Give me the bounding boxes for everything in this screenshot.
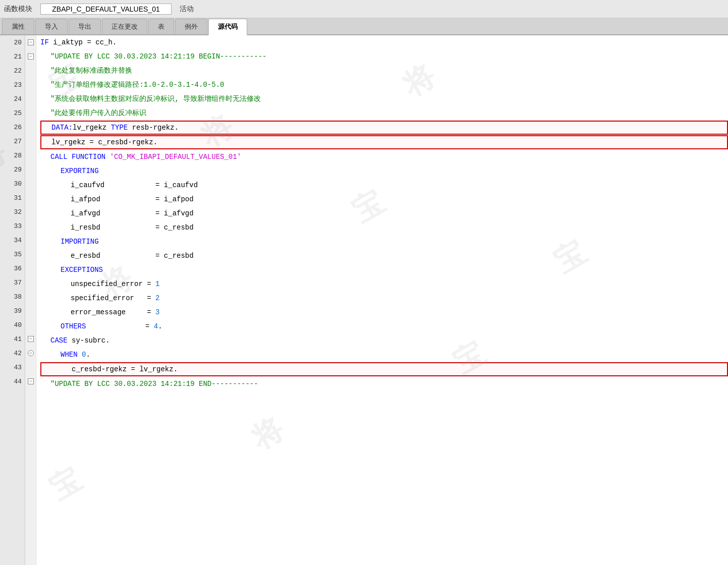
code-line-20: IF i_aktyp = cc_h. xyxy=(40,35,728,49)
code-line-40: OTHERS = 4 . xyxy=(40,319,728,333)
fold-44[interactable]: − xyxy=(25,374,36,388)
code-line-31: i_afpod = i_afpod xyxy=(40,192,728,206)
code-line-41: CASE sy-subrc. xyxy=(40,333,728,348)
code-line-42: WHEN 0 . xyxy=(40,348,728,362)
line-num-23: 23 xyxy=(0,78,25,92)
code-line-29: EXPORTING xyxy=(40,164,728,178)
keyword-when: WHEN xyxy=(61,351,78,359)
comment-23: "生产订单组件修改逻辑路径:1.0-2.0-3.1-4.0-5.0 xyxy=(50,80,224,89)
code-line-43: c_resbd-rgekz = lv_rgekz. xyxy=(40,362,728,376)
tabs-bar: 属性 导入 导出 正在更改 表 例外 源代码 xyxy=(0,18,728,35)
line-num-25: 25 xyxy=(0,106,25,120)
comment-22: "此处复制标准函数并替换 xyxy=(50,66,132,75)
fold-gutter: − − − ○ − xyxy=(25,35,36,565)
line-num-36: 36 xyxy=(0,261,25,275)
keyword-exceptions: EXCEPTIONS xyxy=(61,266,103,274)
fold-icon-21[interactable]: − xyxy=(28,53,34,60)
tab-exceptions[interactable]: 例外 xyxy=(175,19,207,34)
line-num-33: 33 xyxy=(0,219,25,233)
fold-icon-44[interactable]: − xyxy=(28,378,34,384)
tab-table[interactable]: 表 xyxy=(148,19,174,34)
line-num-40: 40 xyxy=(0,318,25,332)
tab-import[interactable]: 导入 xyxy=(35,19,68,34)
tab-attributes[interactable]: 属性 xyxy=(2,19,34,34)
line-num-30: 30 xyxy=(0,177,25,191)
line-num-22: 22 xyxy=(0,64,25,78)
code-line-34: IMPORTING xyxy=(40,235,728,249)
fold-23 xyxy=(25,78,36,92)
code-line-33: i_resbd = c_resbd xyxy=(40,220,728,235)
code-line-25: "此处要传用户传入的反冲标识 xyxy=(40,106,728,120)
code-line-30: i_caufvd = i_caufvd xyxy=(40,178,728,192)
line-num-34: 34 xyxy=(0,233,25,247)
code-line-35: e_resbd = c_resbd xyxy=(40,249,728,263)
line-num-26: 26 xyxy=(0,120,25,134)
code-container: 宝 将 宝 将 宝 将 将 宝 将 宝 20 21 22 23 24 25 26… xyxy=(0,35,728,565)
line-num-32: 32 xyxy=(0,205,25,219)
fold-icon-42[interactable]: ○ xyxy=(28,350,34,356)
keyword-others: OTHERS xyxy=(61,322,86,330)
comment-44: "UPDATE BY LCC 30.03.2023 14:21:19 END--… xyxy=(50,380,258,388)
code-line-36: EXCEPTIONS xyxy=(40,263,728,277)
fold-31 xyxy=(25,191,36,205)
line-num-20: 20 xyxy=(0,35,25,49)
status-label: 活动 xyxy=(180,5,194,14)
fold-39 xyxy=(25,304,36,318)
fold-21[interactable]: − xyxy=(25,49,36,64)
line-num-37: 37 xyxy=(0,275,25,290)
tab-export[interactable]: 导出 xyxy=(69,19,101,34)
fold-37 xyxy=(25,275,36,290)
line-num-21: 21 xyxy=(0,49,25,64)
tab-changing[interactable]: 正在更改 xyxy=(102,19,147,34)
fold-38 xyxy=(25,290,36,304)
code-line-21: "UPDATE BY LCC 30.03.2023 14:21:19 BEGIN… xyxy=(40,49,728,64)
fold-26 xyxy=(25,120,36,134)
fold-24 xyxy=(25,92,36,106)
code-line-28: CALL FUNCTION 'CO_MK_IBAPI_DEFAULT_VALUE… xyxy=(40,150,728,164)
code-line-23: "生产订单组件修改逻辑路径:1.0-2.0-3.1-4.0-5.0 xyxy=(40,78,728,92)
comment-25: "此处要传用户传入的反冲标识 xyxy=(50,108,146,118)
line-num-44: 44 xyxy=(0,374,25,388)
code-line-26: DATA: lv_rgekz TYPE resb-rgekz. xyxy=(40,121,728,135)
fold-27 xyxy=(25,134,36,148)
fold-35 xyxy=(25,247,36,261)
line-num-24: 24 xyxy=(0,92,25,106)
keyword-type: TYPE xyxy=(111,124,128,132)
fold-30 xyxy=(25,177,36,191)
keyword-if: IF xyxy=(40,38,49,46)
line-num-35: 35 xyxy=(0,247,25,261)
keyword-importing: IMPORTING xyxy=(61,238,99,246)
comment-24: "系统会获取物料主数据对应的反冲标识, 导致新增组件时无法修改 xyxy=(50,94,261,103)
line-num-38: 38 xyxy=(0,290,25,304)
fold-33 xyxy=(25,219,36,233)
fold-36 xyxy=(25,261,36,275)
line-num-41: 41 xyxy=(0,332,25,346)
tab-source-code[interactable]: 源代码 xyxy=(208,19,247,35)
code-line-27: lv_rgekz = c_resbd-rgekz. xyxy=(40,135,728,149)
fold-43 xyxy=(25,360,36,374)
line-num-43: 43 xyxy=(0,360,25,374)
fold-41[interactable]: − xyxy=(25,332,36,346)
fold-icon-41[interactable]: − xyxy=(28,336,34,342)
line-num-42: 42 xyxy=(0,346,25,360)
keyword-data: DATA: xyxy=(51,124,73,132)
code-line-39: error_message = 3 xyxy=(40,305,728,319)
module-label: 函数模块 xyxy=(4,5,32,14)
line-num-27: 27 xyxy=(0,134,25,148)
fold-29 xyxy=(25,162,36,177)
line-num-39: 39 xyxy=(0,304,25,318)
fold-20[interactable]: − xyxy=(25,35,36,49)
code-line-22: "此处复制标准函数并替换 xyxy=(40,64,728,78)
fold-28 xyxy=(25,148,36,162)
code-line-32: i_afvgd = i_afvgd xyxy=(40,206,728,220)
code-area: IF i_aktyp = cc_h. "UPDATE BY LCC 30.03.… xyxy=(36,35,728,565)
fold-22 xyxy=(25,64,36,78)
fold-40 xyxy=(25,318,36,332)
keyword-exporting: EXPORTING xyxy=(61,167,99,175)
line-num-31: 31 xyxy=(0,191,25,205)
fold-32 xyxy=(25,205,36,219)
comment-21: "UPDATE BY LCC 30.03.2023 14:21:19 BEGIN… xyxy=(50,52,266,61)
top-bar: 函数模块 ZBAPI_C_DEFAULT_VALUES_01 活动 xyxy=(0,0,728,18)
fold-icon-20[interactable]: − xyxy=(28,39,34,45)
fold-42[interactable]: ○ xyxy=(25,346,36,360)
